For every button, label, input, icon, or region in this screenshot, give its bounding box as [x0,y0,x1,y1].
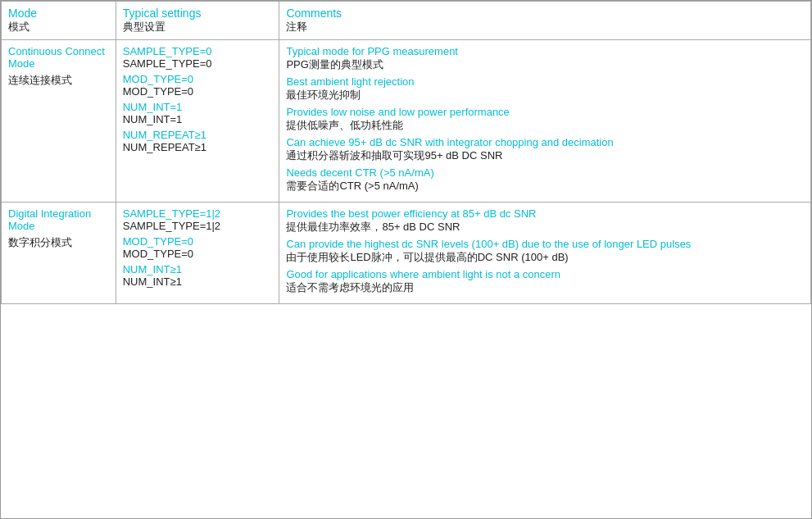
comment-cyan-0-1: Best ambient light rejection [286,75,804,88]
header-comments-zh: 注释 [286,20,804,34]
comment-pair-1-0: Provides the best power efficiency at 85… [286,207,804,234]
setting-cyan-0-1: MOD_TYPE=0 [123,73,273,85]
mode-en-1: Digital Integration Mode [8,207,109,232]
comment-cyan-0-0: Typical mode for PPG measurement [286,45,804,57]
comment-pair-0-3: Can achieve 95+ dB dc SNR with integrato… [286,136,804,163]
comments-cell-0: Typical mode for PPG measurementPPG测量的典型… [279,40,811,203]
comment-cyan-0-2: Provides low noise and low power perform… [286,106,804,118]
comment-pair-1-1: Can provide the highest dc SNR levels (1… [286,238,804,265]
table-body: Continuous Connect Mode连续连接模式SAMPLE_TYPE… [2,40,811,304]
setting-black-1-0: SAMPLE_TYPE=1|2 [123,220,273,232]
mode-cell-0: Continuous Connect Mode连续连接模式 [2,40,116,203]
mode-zh-0: 连续连接模式 [8,73,109,88]
comment-black-0-3: 通过积分器斩波和抽取可实现95+ dB DC SNR [286,148,804,163]
table-header-row: Mode 模式 Typical settings 典型设置 Comments 注… [2,2,811,40]
comment-pair-0-4: Needs decent CTR (>5 nA/mA)需要合适的CTR (>5 … [286,166,804,193]
header-settings-zh: 典型设置 [123,20,273,34]
settings-cell-1: SAMPLE_TYPE=1|2SAMPLE_TYPE=1|2MOD_TYPE=0… [116,203,279,304]
settings-table: Mode 模式 Typical settings 典型设置 Comments 注… [1,1,811,304]
mode-en-0: Continuous Connect Mode [8,45,109,70]
setting-cyan-0-2: NUM_INT=1 [123,101,273,113]
header-comments-cell: Comments 注释 [279,2,811,40]
comment-cyan-1-2: Good for applications where ambient ligh… [286,268,804,280]
setting-black-1-2: NUM_INT≥1 [123,275,273,288]
header-mode-cell: Mode 模式 [2,2,116,40]
setting-black-0-3: NUM_REPEAT≥1 [123,141,273,153]
header-mode-zh: 模式 [8,20,109,34]
main-table-container: Mode 模式 Typical settings 典型设置 Comments 注… [0,0,812,519]
setting-pair-0-2: NUM_INT=1NUM_INT=1 [123,101,273,125]
setting-pair-0-3: NUM_REPEAT≥1NUM_REPEAT≥1 [123,129,273,153]
comment-pair-0-0: Typical mode for PPG measurementPPG测量的典型… [286,45,804,72]
setting-pair-1-1: MOD_TYPE=0MOD_TYPE=0 [123,235,273,260]
table-row: Continuous Connect Mode连续连接模式SAMPLE_TYPE… [2,40,811,203]
setting-cyan-0-3: NUM_REPEAT≥1 [123,129,273,141]
comment-black-1-2: 适合不需考虑环境光的应用 [286,280,804,295]
comment-black-0-2: 提供低噪声、低功耗性能 [286,118,804,133]
setting-pair-0-1: MOD_TYPE=0MOD_TYPE=0 [123,73,273,98]
setting-pair-0-0: SAMPLE_TYPE=0SAMPLE_TYPE=0 [123,45,273,70]
comment-black-1-1: 由于使用较长LED脉冲，可以提供最高的DC SNR (100+ dB) [286,250,804,265]
header-settings-en: Typical settings [123,7,273,20]
setting-black-0-0: SAMPLE_TYPE=0 [123,57,273,70]
settings-cell-0: SAMPLE_TYPE=0SAMPLE_TYPE=0MOD_TYPE=0MOD_… [116,40,279,203]
comment-pair-0-1: Best ambient light rejection最佳环境光抑制 [286,75,804,102]
comment-cyan-0-4: Needs decent CTR (>5 nA/mA) [286,166,804,179]
comment-black-0-1: 最佳环境光抑制 [286,88,804,102]
setting-cyan-0-0: SAMPLE_TYPE=0 [123,45,273,57]
setting-black-0-1: MOD_TYPE=0 [123,85,273,98]
setting-cyan-1-0: SAMPLE_TYPE=1|2 [123,207,273,220]
comment-pair-1-2: Good for applications where ambient ligh… [286,268,804,295]
comment-black-1-0: 提供最佳功率效率，85+ dB DC SNR [286,220,804,234]
comments-cell-1: Provides the best power efficiency at 85… [279,203,811,304]
header-settings-cell: Typical settings 典型设置 [116,2,279,40]
comment-black-0-0: PPG测量的典型模式 [286,57,804,72]
setting-cyan-1-1: MOD_TYPE=0 [123,235,273,248]
setting-black-0-2: NUM_INT=1 [123,113,273,125]
comment-black-0-4: 需要合适的CTR (>5 nA/mA) [286,179,804,193]
mode-cell-1: Digital Integration Mode数字积分模式 [2,203,116,304]
comment-cyan-1-0: Provides the best power efficiency at 85… [286,207,804,220]
setting-cyan-1-2: NUM_INT≥1 [123,263,273,275]
comment-cyan-1-1: Can provide the highest dc SNR levels (1… [286,238,804,250]
header-mode-en: Mode [8,7,109,20]
setting-pair-1-2: NUM_INT≥1NUM_INT≥1 [123,263,273,288]
header-comments-en: Comments [286,7,804,20]
setting-pair-1-0: SAMPLE_TYPE=1|2SAMPLE_TYPE=1|2 [123,207,273,232]
mode-zh-1: 数字积分模式 [8,235,109,250]
comment-pair-0-2: Provides low noise and low power perform… [286,106,804,133]
comment-cyan-0-3: Can achieve 95+ dB dc SNR with integrato… [286,136,804,148]
setting-black-1-1: MOD_TYPE=0 [123,248,273,260]
table-row: Digital Integration Mode数字积分模式SAMPLE_TYP… [2,203,811,304]
